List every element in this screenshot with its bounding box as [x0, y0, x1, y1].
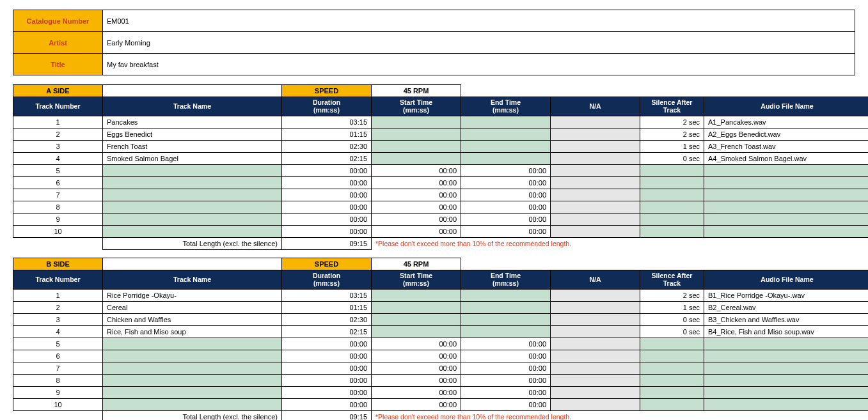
cell-track-name[interactable]: Chicken and Waffles [103, 314, 282, 326]
cell-end-time[interactable] [461, 141, 551, 153]
cell-duration[interactable]: 00:00 [282, 350, 372, 362]
cell-audio-file[interactable] [704, 226, 869, 238]
cell-silence[interactable] [640, 201, 704, 214]
cell-audio-file[interactable] [704, 387, 869, 399]
cell-audio-file[interactable] [704, 350, 869, 362]
cell-track-name[interactable] [103, 177, 282, 189]
cell-audio-file[interactable]: B2_Cereal.wav [704, 302, 869, 314]
cell-duration[interactable]: 02:30 [282, 141, 372, 153]
cell-audio-file[interactable] [704, 189, 869, 201]
cell-duration[interactable]: 02:15 [282, 326, 372, 338]
cell-audio-file[interactable]: A1_Pancakes.wav [704, 116, 869, 128]
cell-silence[interactable]: 1 sec [640, 141, 704, 153]
cell-track-name[interactable] [103, 201, 282, 214]
cell-audio-file[interactable]: A3_French Toast.wav [704, 141, 869, 153]
cell-track-name[interactable]: Smoked Salmon Bagel [103, 153, 282, 165]
cell-duration[interactable]: 01:15 [282, 302, 372, 314]
cell-duration[interactable]: 00:00 [282, 201, 372, 214]
cell-track-name[interactable] [103, 165, 282, 177]
cell-audio-file[interactable]: B4_Rice, Fish and Miso soup.wav [704, 326, 869, 338]
speed-value[interactable]: 45 RPM [372, 258, 461, 270]
cell-silence[interactable]: 0 sec [640, 314, 704, 326]
cell-audio-file[interactable] [704, 165, 869, 177]
cell-track-name[interactable] [103, 387, 282, 399]
cell-track-name[interactable] [103, 338, 282, 350]
cell-duration[interactable]: 00:00 [282, 375, 372, 387]
cell-start-time[interactable] [372, 153, 461, 165]
cell-silence[interactable] [640, 177, 704, 189]
cell-start-time[interactable] [372, 141, 461, 153]
cell-audio-file[interactable]: B3_Chicken and Waffles.wav [704, 314, 869, 326]
cell-track-name[interactable]: Rice Porridge -Okayu- [103, 290, 282, 302]
speed-value[interactable]: 45 RPM [372, 85, 461, 97]
cell-start-time[interactable]: 00:00 [372, 387, 461, 399]
cell-start-time[interactable]: 00:00 [372, 214, 461, 226]
cell-audio-file[interactable] [704, 375, 869, 387]
cell-silence[interactable] [640, 399, 704, 411]
cell-start-time[interactable] [372, 302, 461, 314]
cell-end-time[interactable] [461, 314, 551, 326]
catalogue-value[interactable]: EM001 [103, 10, 855, 32]
cell-silence[interactable] [640, 338, 704, 350]
cell-audio-file[interactable] [704, 177, 869, 189]
cell-silence[interactable] [640, 226, 704, 238]
cell-silence[interactable]: 1 sec [640, 302, 704, 314]
cell-start-time[interactable] [372, 116, 461, 128]
cell-start-time[interactable]: 00:00 [372, 362, 461, 375]
title-value[interactable]: My fav breakfast [103, 54, 855, 75]
cell-track-name[interactable]: Eggs Benedict [103, 128, 282, 141]
cell-start-time[interactable] [372, 128, 461, 141]
cell-silence[interactable]: 2 sec [640, 290, 704, 302]
cell-audio-file[interactable] [704, 214, 869, 226]
cell-track-name[interactable]: French Toast [103, 141, 282, 153]
cell-track-name[interactable] [103, 362, 282, 375]
cell-audio-file[interactable] [704, 399, 869, 411]
cell-audio-file[interactable] [704, 201, 869, 214]
cell-track-name[interactable] [103, 214, 282, 226]
cell-silence[interactable]: 2 sec [640, 116, 704, 128]
cell-start-time[interactable]: 00:00 [372, 338, 461, 350]
cell-silence[interactable]: 0 sec [640, 153, 704, 165]
cell-duration[interactable]: 00:00 [282, 362, 372, 375]
cell-start-time[interactable] [372, 326, 461, 338]
cell-silence[interactable] [640, 165, 704, 177]
cell-end-time[interactable]: 00:00 [461, 338, 551, 350]
cell-start-time[interactable]: 00:00 [372, 375, 461, 387]
cell-end-time[interactable]: 00:00 [461, 375, 551, 387]
cell-duration[interactable]: 00:00 [282, 214, 372, 226]
cell-track-name[interactable] [103, 375, 282, 387]
artist-value[interactable]: Early Morning [103, 32, 855, 54]
cell-track-name[interactable] [103, 189, 282, 201]
cell-end-time[interactable] [461, 153, 551, 165]
cell-duration[interactable]: 00:00 [282, 165, 372, 177]
cell-end-time[interactable]: 00:00 [461, 165, 551, 177]
cell-start-time[interactable]: 00:00 [372, 201, 461, 214]
cell-end-time[interactable]: 00:00 [461, 387, 551, 399]
cell-audio-file[interactable] [704, 362, 869, 375]
cell-track-name[interactable] [103, 226, 282, 238]
cell-audio-file[interactable]: B1_Rice Porridge -Okayu-.wav [704, 290, 869, 302]
cell-end-time[interactable]: 00:00 [461, 362, 551, 375]
cell-start-time[interactable]: 00:00 [372, 226, 461, 238]
cell-duration[interactable]: 00:00 [282, 177, 372, 189]
cell-end-time[interactable] [461, 290, 551, 302]
cell-audio-file[interactable]: A4_Smoked Salmon Bagel.wav [704, 153, 869, 165]
cell-start-time[interactable]: 00:00 [372, 177, 461, 189]
cell-end-time[interactable] [461, 326, 551, 338]
cell-silence[interactable] [640, 214, 704, 226]
cell-end-time[interactable] [461, 116, 551, 128]
cell-end-time[interactable]: 00:00 [461, 399, 551, 411]
cell-end-time[interactable] [461, 302, 551, 314]
cell-track-name[interactable]: Rice, Fish and Miso soup [103, 326, 282, 338]
cell-track-name[interactable] [103, 399, 282, 411]
cell-silence[interactable] [640, 375, 704, 387]
cell-duration[interactable]: 00:00 [282, 338, 372, 350]
cell-start-time[interactable] [372, 290, 461, 302]
cell-track-name[interactable] [103, 350, 282, 362]
cell-end-time[interactable]: 00:00 [461, 214, 551, 226]
cell-start-time[interactable]: 00:00 [372, 399, 461, 411]
cell-audio-file[interactable] [704, 338, 869, 350]
cell-duration[interactable]: 00:00 [282, 226, 372, 238]
cell-end-time[interactable]: 00:00 [461, 189, 551, 201]
cell-end-time[interactable]: 00:00 [461, 350, 551, 362]
